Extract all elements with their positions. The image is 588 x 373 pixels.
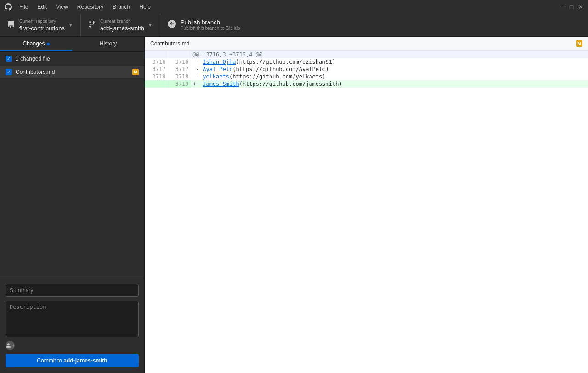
menu-bar: File Edit View Repository Branch Help <box>16 3 154 11</box>
hunk-old-num <box>145 51 168 58</box>
close-button[interactable]: ✕ <box>578 4 583 10</box>
current-repo-value: first-contributions <box>19 25 65 32</box>
current-branch-value: add-james-smith <box>100 25 144 32</box>
publish-branch-section[interactable]: Publish branch Publish this branch to Gi… <box>160 14 588 36</box>
publish-info: Publish branch Publish this branch to Gi… <box>181 19 240 32</box>
minimize-button[interactable]: ─ <box>560 4 565 10</box>
window-controls: ─ □ ✕ <box>560 4 583 10</box>
current-branch-section[interactable]: Current branch add-james-smith ▼ <box>81 14 160 36</box>
commit-area: + Commit to add-james-smith <box>0 278 144 373</box>
file-modified-badge: M <box>132 69 139 75</box>
new-line-num: 3717 <box>168 66 191 73</box>
old-line-num: 3718 <box>145 73 168 80</box>
table-row: 3719 +- James Smith(https://github.com/j… <box>145 80 588 88</box>
publish-sub: Publish this branch to GitHub <box>181 26 240 31</box>
line-content: +- James Smith(https://github.com/jamess… <box>191 80 588 88</box>
current-branch-label: Current branch <box>100 19 144 24</box>
diff-hunk-header: @@ -3716,3 +3716,4 @@ <box>145 51 588 58</box>
new-line-num: 3718 <box>168 73 191 80</box>
hunk-content: @@ -3716,3 +3716,4 @@ <box>191 51 588 58</box>
current-repo-label: Current repository <box>19 19 65 24</box>
current-repo-section[interactable]: Current repository first-contributions ▼ <box>0 14 81 36</box>
line-content: - yelkaets(https://github.com/yelkaets) <box>191 73 588 80</box>
branch-dropdown-icon: ▼ <box>148 22 153 28</box>
diff-content: @@ -3716,3 +3716,4 @@ 3716 3716 - Ishan … <box>145 51 588 373</box>
tab-changes[interactable]: Changes <box>0 37 72 51</box>
commit-footer: + <box>6 341 139 350</box>
diff-link[interactable]: Ayal Pelc <box>203 66 232 72</box>
publish-label: Publish branch <box>181 19 240 26</box>
description-textarea[interactable] <box>6 301 139 337</box>
repo-dropdown-icon: ▼ <box>68 22 73 28</box>
checkmark-icon: ✓ <box>7 56 11 61</box>
diff-filename: Contributors.md <box>150 40 189 47</box>
titlebar: File Edit View Repository Branch Help ─ … <box>0 0 588 14</box>
changes-dot-indicator <box>47 43 50 45</box>
changed-count: 1 changed file <box>16 56 50 62</box>
commit-button[interactable]: Commit to add-james-smith <box>6 354 139 367</box>
select-all-checkbox[interactable]: ✓ <box>6 56 12 62</box>
table-row: 3718 3718 - yelkaets(https://github.com/… <box>145 73 588 80</box>
publish-icon <box>168 20 176 30</box>
current-repo-info: Current repository first-contributions <box>19 19 65 32</box>
github-logo-icon <box>5 3 12 11</box>
hunk-new-num <box>168 51 191 58</box>
avatar: + <box>6 341 15 350</box>
old-line-num: 3716 <box>145 58 168 66</box>
current-branch-info: Current branch add-james-smith <box>100 19 144 32</box>
table-row: 3717 3717 - Ayal Pelc(https://github.com… <box>145 66 588 73</box>
diff-header: Contributors.md M <box>145 37 588 51</box>
main-content: Changes History ✓ 1 changed file ✓ Contr… <box>0 37 588 373</box>
diff-link[interactable]: James Smith <box>203 81 239 87</box>
maximize-button[interactable]: □ <box>569 4 574 10</box>
file-item-contributors[interactable]: ✓ Contributors.md M <box>0 66 144 78</box>
line-content: - Ishan Ojha(https://github.com/ozishan9… <box>191 58 588 66</box>
summary-input[interactable] <box>6 284 139 297</box>
diff-link[interactable]: yelkaets <box>203 73 229 80</box>
new-line-num: 3719 <box>168 80 191 88</box>
file-checkmark-icon: ✓ <box>7 70 11 74</box>
menu-view[interactable]: View <box>52 3 72 11</box>
repo-icon <box>7 21 15 30</box>
old-line-num: 3717 <box>145 66 168 73</box>
diff-table: @@ -3716,3 +3716,4 @@ 3716 3716 - Ishan … <box>145 51 588 88</box>
sidebar-tabs: Changes History <box>0 37 144 52</box>
old-line-num <box>145 80 168 88</box>
tab-history[interactable]: History <box>72 37 144 51</box>
table-row: 3716 3716 - Ishan Ojha(https://github.co… <box>145 58 588 66</box>
diff-modified-badge: M <box>576 40 582 47</box>
file-name: Contributors.md <box>16 69 55 75</box>
new-line-num: 3716 <box>168 58 191 66</box>
file-checkbox[interactable]: ✓ <box>6 69 12 75</box>
toolbar: Current repository first-contributions ▼… <box>0 14 588 37</box>
menu-repository[interactable]: Repository <box>74 3 107 11</box>
diff-area: Contributors.md M @@ -3716,3 +3716,4 @@ … <box>145 37 588 373</box>
menu-help[interactable]: Help <box>136 3 154 11</box>
branch-icon <box>88 21 96 30</box>
menu-branch[interactable]: Branch <box>109 3 134 11</box>
diff-link[interactable]: Ishan Ojha <box>203 59 236 65</box>
sidebar: Changes History ✓ 1 changed file ✓ Contr… <box>0 37 145 373</box>
changed-files-header: ✓ 1 changed file <box>0 52 144 66</box>
menu-edit[interactable]: Edit <box>34 3 51 11</box>
sidebar-spacer <box>0 78 144 278</box>
menu-file[interactable]: File <box>16 3 32 11</box>
line-content: - Ayal Pelc(https://github.com/AyalPelc) <box>191 66 588 73</box>
